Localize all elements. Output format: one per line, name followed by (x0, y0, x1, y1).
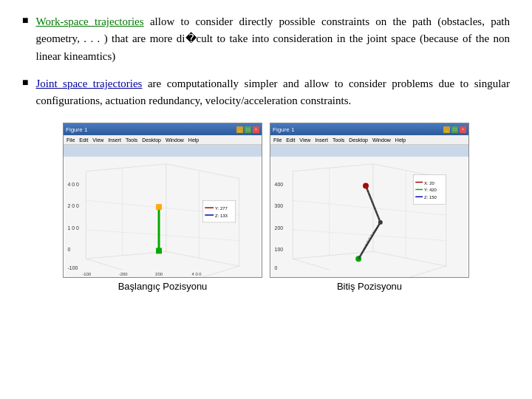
svg-text:2 0 0: 2 0 0 (68, 203, 80, 208)
figure2-menu-file[interactable]: File (273, 137, 282, 143)
bullet-marker-2: ■ (22, 77, 28, 89)
figure1-svg: -100 0 1 0 0 2 0 0 4 0 0 -100 -200 200 4… (64, 157, 262, 277)
figure2-svg: 0 100 200 300 400 X: 20 Y: 420 Z: 150 (270, 157, 468, 277)
figure2-titlebar: Figure 1 _ □ × (270, 123, 468, 135)
svg-text:200: 200 (155, 272, 163, 276)
figure1-title: Figure 1 (66, 126, 87, 133)
figure-box-1[interactable]: Figure 1 _ □ × File Edit View Insert Too… (63, 123, 262, 278)
figure1-win-buttons: _ □ × (236, 126, 259, 133)
figure-container-2: Figure 1 _ □ × File Edit View Insert Too… (270, 123, 469, 292)
figure2-menu-help[interactable]: Help (395, 137, 406, 143)
figure1-menu-help[interactable]: Help (188, 137, 199, 143)
figure2-title: Figure 1 (273, 126, 294, 133)
figure1-menubar: File Edit View Insert Tools Desktop Wind… (64, 135, 262, 145)
figure2-menu-view[interactable]: View (299, 137, 310, 143)
figure2-menu-edit[interactable]: Edit (286, 137, 295, 143)
svg-text:300: 300 (275, 203, 284, 208)
svg-text:X: 20: X: 20 (424, 181, 435, 185)
svg-rect-25 (156, 204, 162, 210)
svg-rect-24 (156, 248, 162, 254)
svg-text:100: 100 (275, 248, 284, 253)
svg-text:-100: -100 (82, 272, 92, 276)
bullet-text-1: Work-space trajectories allow to conside… (35, 13, 510, 65)
svg-rect-31 (271, 157, 468, 277)
figure2-menu-tools[interactable]: Tools (332, 137, 344, 143)
jointspacetrajectories-highlight: Joint space trajectories (35, 78, 142, 89)
bullet-marker-1: ■ (22, 15, 28, 27)
svg-text:1 0 0: 1 0 0 (68, 225, 80, 231)
figure2-menubar: File Edit View Insert Tools Desktop Wind… (270, 135, 468, 145)
figure2-win-buttons: _ □ × (443, 126, 466, 133)
bullet-item-2: ■ Joint space trajectories are computati… (22, 75, 510, 110)
figure1-plot-area: -100 0 1 0 0 2 0 0 4 0 0 -100 -200 200 4… (64, 157, 262, 277)
figure2-plot-area: 0 100 200 300 400 X: 20 Y: 420 Z: 150 (270, 157, 468, 277)
figure2-caption: Bitiş Pozisyonu (337, 281, 402, 292)
figure1-minimize-btn[interactable]: _ (236, 126, 243, 133)
figure1-menu-insert[interactable]: Insert (108, 137, 121, 143)
figure1-menu-window[interactable]: Window (166, 137, 184, 143)
svg-rect-26 (202, 201, 235, 223)
workspacetrajectories-highlight: Work-space trajectories (35, 16, 143, 27)
bullet-item-1: ■ Work-space trajectories allow to consi… (22, 13, 510, 65)
svg-text:200: 200 (275, 225, 284, 231)
figure1-maximize-btn[interactable]: □ (245, 126, 251, 133)
svg-text:Y: 420: Y: 420 (424, 188, 437, 193)
bullet-section: ■ Work-space trajectories allow to consi… (22, 13, 510, 109)
figure2-minimize-btn[interactable]: _ (443, 126, 450, 133)
svg-text:Z: 133: Z: 133 (215, 214, 228, 218)
svg-text:0: 0 (275, 265, 278, 270)
svg-text:Z: 150: Z: 150 (424, 196, 437, 200)
svg-text:4 0 0: 4 0 0 (68, 182, 80, 187)
svg-text:4 0 0: 4 0 0 (192, 272, 202, 276)
svg-text:-200: -200 (119, 272, 129, 276)
svg-text:0: 0 (68, 248, 71, 253)
figure2-menu-insert[interactable]: Insert (315, 137, 328, 143)
figure1-titlebar: Figure 1 _ □ × (64, 123, 262, 135)
figure1-menu-file[interactable]: File (66, 137, 75, 143)
figure1-menu-edit[interactable]: Edit (79, 137, 88, 143)
figure1-menu-desktop[interactable]: Desktop (142, 137, 161, 143)
figure2-menu-window[interactable]: Window (372, 137, 391, 143)
figures-row: Figure 1 _ □ × File Edit View Insert Too… (22, 123, 510, 292)
bullet-text-2: Joint space trajectories are computation… (35, 75, 510, 110)
figure1-menu-view[interactable]: View (92, 137, 103, 143)
figure1-caption: Başlangıç Pozisyonu (118, 281, 208, 292)
figure1-menu-tools[interactable]: Tools (126, 137, 137, 143)
figure1-close-btn[interactable]: × (253, 126, 259, 133)
figure-container-1: Figure 1 _ □ × File Edit View Insert Too… (63, 123, 262, 292)
figure-box-2[interactable]: Figure 1 _ □ × File Edit View Insert Too… (270, 123, 469, 278)
svg-text:400: 400 (275, 182, 284, 187)
figure2-close-btn[interactable]: × (460, 126, 466, 133)
figure2-maximize-btn[interactable]: □ (451, 126, 458, 133)
figure2-menu-desktop[interactable]: Desktop (349, 137, 368, 143)
svg-text:Y: 277: Y: 277 (215, 206, 228, 211)
svg-text:-100: -100 (68, 265, 78, 270)
